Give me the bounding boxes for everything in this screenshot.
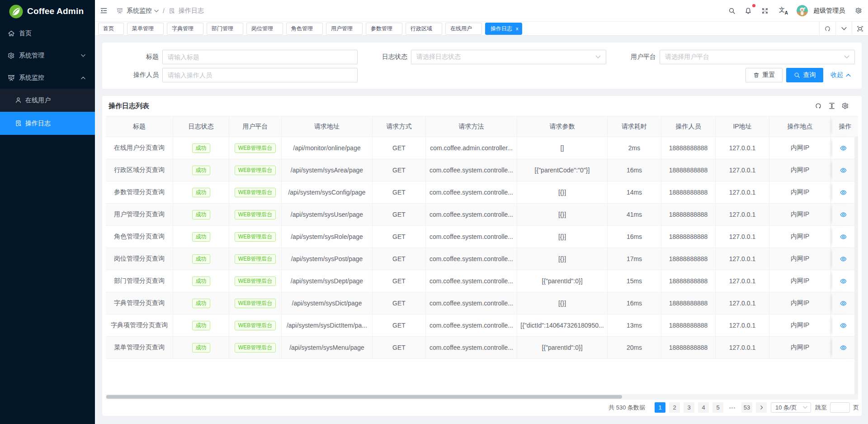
eye-icon[interactable] <box>840 322 847 329</box>
eye-icon[interactable] <box>840 344 847 351</box>
eye-icon[interactable] <box>840 256 847 262</box>
jump-page-input[interactable] <box>830 402 850 413</box>
fullscreen-icon[interactable] <box>761 7 769 14</box>
page-button-1[interactable]: 1 <box>655 402 665 413</box>
avatar[interactable] <box>797 5 808 16</box>
tab-3[interactable]: 部门管理 <box>207 23 243 35</box>
tab-2[interactable]: 字典管理 <box>167 23 203 35</box>
title-input[interactable] <box>162 50 358 64</box>
breadcrumb-separator: / <box>163 7 165 14</box>
gear-icon[interactable] <box>855 7 862 14</box>
column-header-action: 操作 <box>832 116 858 137</box>
tab-8[interactable]: 行政区域 <box>406 23 442 35</box>
pagination-ellipsis[interactable]: ••• <box>727 402 738 413</box>
horizontal-scrollbar-thumb[interactable] <box>106 395 622 399</box>
reset-button[interactable]: 重置 <box>745 68 783 82</box>
translate-icon[interactable]: 文A <box>779 7 788 14</box>
menu-fold-icon[interactable] <box>100 7 108 14</box>
username[interactable]: 超级管理员 <box>813 7 845 15</box>
search-icon[interactable] <box>728 7 736 14</box>
platform-tag: WEB管理后台 <box>235 188 276 197</box>
user-icon <box>15 97 22 104</box>
breadcrumb-label: 系统监控 <box>127 7 152 15</box>
sidebar-item-label: 系统监控 <box>19 74 44 82</box>
tab-refresh-button[interactable] <box>819 22 835 35</box>
query-button[interactable]: 查询 <box>786 68 823 82</box>
collapse-link-label: 收起 <box>830 71 843 79</box>
sidebar-item-online-users[interactable]: 在线用户 <box>0 89 95 112</box>
column-height-icon[interactable] <box>828 102 835 110</box>
cell-func: com.coffee.system.controlle... <box>426 226 517 248</box>
user-platform-select[interactable]: 请选择用户平台 <box>660 50 855 64</box>
cell-location: 内网IP <box>769 204 831 225</box>
tab-1[interactable]: 菜单管理 <box>127 23 164 35</box>
trash-icon <box>753 72 760 78</box>
horizontal-scrollbar[interactable] <box>106 394 858 400</box>
tab-9[interactable]: 在线用户 <box>445 23 482 35</box>
close-icon[interactable]: x <box>516 26 519 31</box>
cell-func: com.coffee.system.controlle... <box>426 270 517 292</box>
cell-func: com.coffee.system.controlle... <box>426 337 517 358</box>
app-title: Coffee Admin <box>27 6 84 16</box>
cell-location: 内网IP <box>769 137 831 159</box>
gear-icon <box>8 52 15 59</box>
cell-params: [] <box>517 137 608 159</box>
table-row: 用户管理分页查询成功WEB管理后台/api/system/sysUser/pag… <box>106 204 858 226</box>
cell-title: 行政区域分页查询 <box>106 159 173 181</box>
breadcrumb-item-operation-log[interactable]: 操作日志 <box>169 7 204 15</box>
platform-tag: WEB管理后台 <box>235 210 276 219</box>
tab-5[interactable]: 角色管理 <box>286 23 323 35</box>
tab-label: 首页 <box>103 25 114 33</box>
tab-7[interactable]: 参数管理 <box>366 23 402 35</box>
sidebar-item-home[interactable]: 首页 <box>0 24 95 43</box>
page-button-4[interactable]: 4 <box>698 402 709 413</box>
tab-fullscreen-button[interactable] <box>852 22 868 35</box>
page-button-2[interactable]: 2 <box>669 402 680 413</box>
tab-active-10[interactable]: 操作日志x <box>485 23 522 35</box>
cell-url: /api/system/sysDict/page <box>282 292 373 314</box>
page-button-53[interactable]: 53 <box>741 402 752 413</box>
column-header: 请求耗时 <box>608 116 661 137</box>
log-status-select[interactable]: 请选择日志状态 <box>411 50 606 64</box>
eye-icon[interactable] <box>840 233 847 240</box>
cell-operator: 18888888888 <box>661 337 716 358</box>
sidebar: Coffee Admin 首页 系统管理 系统监控 在线用户 <box>0 0 95 424</box>
reload-icon[interactable] <box>815 102 822 110</box>
collapse-link[interactable]: 收起 <box>830 71 851 79</box>
topbar-right: 文A <box>728 5 868 16</box>
cell-status: 成功 <box>173 314 229 336</box>
tab-6[interactable]: 用户管理 <box>326 23 363 35</box>
file-search-icon <box>15 120 22 127</box>
cell-action <box>832 226 854 248</box>
eye-icon[interactable] <box>840 211 847 218</box>
eye-icon[interactable] <box>840 145 847 152</box>
operator-input[interactable] <box>162 68 358 82</box>
eye-icon[interactable] <box>840 167 847 174</box>
vertical-scrollbar[interactable] <box>854 137 858 394</box>
sidebar-item-system-management[interactable]: 系统管理 <box>0 47 95 65</box>
eye-icon[interactable] <box>840 300 847 307</box>
page-button-3[interactable]: 3 <box>684 402 694 413</box>
logo[interactable]: Coffee Admin <box>0 0 95 23</box>
next-page-button[interactable] <box>756 402 767 413</box>
sidebar-item-operation-log[interactable]: 操作日志 <box>0 112 95 135</box>
gear-icon[interactable] <box>842 102 849 110</box>
eye-icon[interactable] <box>840 278 847 285</box>
cell-action <box>832 137 854 159</box>
sidebar-item-system-monitor[interactable]: 系统监控 <box>0 69 95 87</box>
page-size-select[interactable]: 10 条/页 <box>771 402 811 413</box>
column-header: 操作人员 <box>661 116 716 137</box>
page-button-5[interactable]: 5 <box>712 402 723 413</box>
cell-operator: 18888888888 <box>661 248 716 270</box>
column-header: 请求方式 <box>373 116 426 137</box>
cell-url: /api/system/sysPost/page <box>282 248 373 270</box>
breadcrumb-item-system-monitor[interactable]: 系统监控 <box>117 7 159 15</box>
cell-platform: WEB管理后台 <box>229 337 282 358</box>
user-platform-placeholder: 请选择用户平台 <box>665 53 844 61</box>
tab-4[interactable]: 岗位管理 <box>246 23 283 35</box>
notification-bell[interactable] <box>745 7 752 14</box>
tab-menu-button[interactable] <box>835 22 852 35</box>
eye-icon[interactable] <box>840 189 847 196</box>
table-body: 在线用户分页查询成功WEB管理后台/api/monitor/online/pag… <box>106 137 858 359</box>
tab-0[interactable]: 首页 <box>98 23 124 35</box>
